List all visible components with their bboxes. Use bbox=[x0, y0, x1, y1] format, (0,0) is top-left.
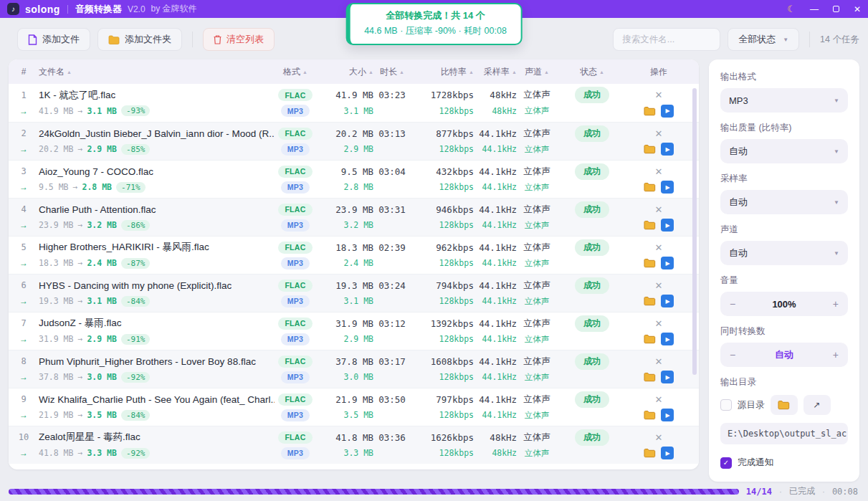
concurrency-increase-button[interactable]: + bbox=[833, 349, 839, 361]
remove-row-button[interactable]: ✕ bbox=[655, 394, 663, 405]
notify-checkbox[interactable]: ✓ bbox=[720, 457, 732, 469]
open-folder-button[interactable] bbox=[644, 448, 656, 458]
play-button[interactable]: ▶ bbox=[661, 409, 674, 421]
output-samplerate-value: 44.1kHz bbox=[482, 144, 517, 154]
cell-actions: ✕ ▶ bbox=[627, 393, 690, 421]
open-folder-button[interactable] bbox=[644, 144, 656, 154]
remove-row-button[interactable]: ✕ bbox=[655, 432, 663, 443]
source-size-value: 21.9 MB bbox=[335, 394, 373, 405]
header-samplerate[interactable]: 采样率▲ bbox=[474, 66, 517, 78]
play-button[interactable]: ▶ bbox=[661, 105, 674, 118]
cell-samplerate: 48kHz 48kHz bbox=[474, 431, 517, 459]
open-output-dir-button[interactable]: ↗ bbox=[803, 395, 831, 415]
open-folder-button[interactable] bbox=[644, 220, 656, 230]
sort-asc-icon: ▲ bbox=[368, 70, 373, 75]
source-size: 41.8 MB bbox=[39, 448, 73, 458]
file-list: 1 → 1K - 就忘了吧.flac 41.9 MB → 3.1 MB -93%… bbox=[9, 84, 699, 469]
output-bitrate-value: 128kbps bbox=[439, 372, 474, 382]
cell-index: 10 → bbox=[9, 431, 39, 459]
duration-value: 03:17 bbox=[378, 356, 406, 367]
source-size-value: 18.3 MB bbox=[335, 242, 373, 253]
open-folder-button[interactable] bbox=[644, 372, 656, 382]
cell-filename: 24kGoldn_Justin Bieber_J Balvin_iann dio… bbox=[39, 127, 275, 156]
header-bitrate[interactable]: 比特率▲ bbox=[411, 66, 474, 78]
play-button[interactable]: ▶ bbox=[661, 257, 674, 269]
source-samplerate-value: 44.1kHz bbox=[479, 128, 517, 139]
header-channels[interactable]: 声道▲ bbox=[517, 66, 557, 78]
volume-decrease-button[interactable]: − bbox=[730, 298, 735, 310]
file-name: HYBS - Dancing with my phone (Explicit).… bbox=[39, 280, 232, 291]
output-path-field[interactable]: E:\Desktop\output_sl_ac bbox=[720, 423, 848, 444]
samplerate-select[interactable]: 自动 ▼ bbox=[720, 190, 848, 214]
add-file-button[interactable]: 添加文件 bbox=[17, 28, 90, 51]
header-status[interactable]: 状态▲ bbox=[557, 66, 627, 78]
remove-row-button[interactable]: ✕ bbox=[655, 166, 663, 177]
open-folder-button[interactable] bbox=[644, 410, 656, 420]
channels-select[interactable]: 自动 ▼ bbox=[720, 241, 848, 265]
close-button[interactable]: ✕ bbox=[854, 5, 861, 14]
cell-status: 成功 bbox=[557, 277, 627, 310]
header-duration[interactable]: 时长▲ bbox=[373, 66, 411, 78]
cell-status: 成功 bbox=[557, 163, 627, 196]
remove-row-button[interactable]: ✕ bbox=[655, 356, 663, 367]
cell-duration: 03:04 bbox=[373, 165, 411, 194]
output-channels-value: 立体声 bbox=[525, 296, 550, 307]
play-button[interactable]: ▶ bbox=[661, 181, 674, 194]
status-filter-dropdown[interactable]: 全部状态 ▼ bbox=[728, 28, 799, 51]
remove-row-button[interactable]: ✕ bbox=[655, 318, 663, 329]
play-button[interactable]: ▶ bbox=[661, 219, 674, 232]
output-format-select[interactable]: MP3 ▼ bbox=[720, 88, 848, 113]
maximize-button[interactable] bbox=[833, 6, 839, 12]
cell-format: FLAC MP3 bbox=[275, 317, 316, 345]
cell-size: 41.8 MB 3.3 MB bbox=[316, 431, 373, 459]
cell-index: 6 → bbox=[9, 279, 39, 307]
play-button[interactable]: ▶ bbox=[661, 371, 674, 383]
cell-actions: ✕ ▶ bbox=[627, 431, 690, 459]
open-folder-button[interactable] bbox=[644, 296, 656, 306]
source-bitrate-value: 877kbps bbox=[436, 128, 474, 139]
file-name: Aioz_Young 7 - COCO.flac bbox=[39, 166, 153, 177]
volume-increase-button[interactable]: + bbox=[833, 298, 839, 310]
size-arrow-icon: → bbox=[73, 182, 78, 192]
theme-toggle-moon-icon[interactable]: ☾ bbox=[787, 4, 796, 14]
compression-ratio-badge: -84% bbox=[121, 410, 151, 421]
output-format-badge: MP3 bbox=[281, 219, 310, 232]
add-folder-button[interactable]: 添加文件夹 bbox=[97, 28, 182, 51]
output-samplerate-value: 44.1kHz bbox=[482, 334, 517, 344]
remove-row-button[interactable]: ✕ bbox=[655, 280, 663, 291]
row-index: 3 bbox=[21, 166, 26, 176]
quality-select[interactable]: 自动 ▼ bbox=[720, 139, 848, 163]
scrollbar-thumb[interactable] bbox=[692, 88, 697, 375]
cell-filename: Aioz_Young 7 - COCO.flac 9.5 MB → 2.8 MB… bbox=[39, 165, 275, 194]
open-folder-button[interactable] bbox=[644, 182, 656, 192]
play-button[interactable]: ▶ bbox=[661, 333, 674, 345]
row-index: 10 bbox=[19, 432, 29, 442]
header-size[interactable]: 大小▲ bbox=[316, 66, 373, 78]
clear-list-button[interactable]: 清空列表 bbox=[203, 28, 275, 51]
source-dir-checkbox[interactable] bbox=[720, 399, 732, 411]
play-button[interactable]: ▶ bbox=[661, 143, 674, 156]
remove-row-button[interactable]: ✕ bbox=[655, 204, 663, 215]
duration-value: 03:50 bbox=[378, 394, 406, 405]
open-folder-button[interactable] bbox=[644, 106, 656, 116]
header-filename[interactable]: 文件名▲ bbox=[39, 66, 275, 78]
open-folder-button[interactable] bbox=[644, 334, 656, 344]
remove-row-button[interactable]: ✕ bbox=[655, 242, 663, 253]
source-size-value: 37.8 MB bbox=[335, 356, 373, 367]
concurrency-decrease-button[interactable]: − bbox=[730, 349, 735, 361]
play-button[interactable]: ▶ bbox=[661, 295, 674, 307]
file-name: Wiz Khalifa_Charlie Puth - See You Again… bbox=[39, 394, 275, 405]
open-folder-button[interactable] bbox=[644, 258, 656, 268]
search-input[interactable] bbox=[613, 28, 720, 51]
header-format[interactable]: 格式▲ bbox=[275, 66, 316, 78]
remove-row-button[interactable]: ✕ bbox=[655, 128, 663, 139]
remove-row-button[interactable]: ✕ bbox=[655, 90, 663, 100]
cell-channels: 立体声 立体声 bbox=[517, 393, 557, 421]
cell-bitrate: 877kbps 128kbps bbox=[411, 127, 474, 156]
converted-arrow-icon: → bbox=[19, 334, 28, 344]
browse-folder-button[interactable] bbox=[771, 395, 798, 415]
minimize-button[interactable]: — bbox=[810, 5, 819, 14]
play-button[interactable]: ▶ bbox=[661, 447, 674, 459]
chevron-down-icon: ▼ bbox=[834, 250, 839, 257]
source-size-value: 41.8 MB bbox=[335, 432, 373, 443]
